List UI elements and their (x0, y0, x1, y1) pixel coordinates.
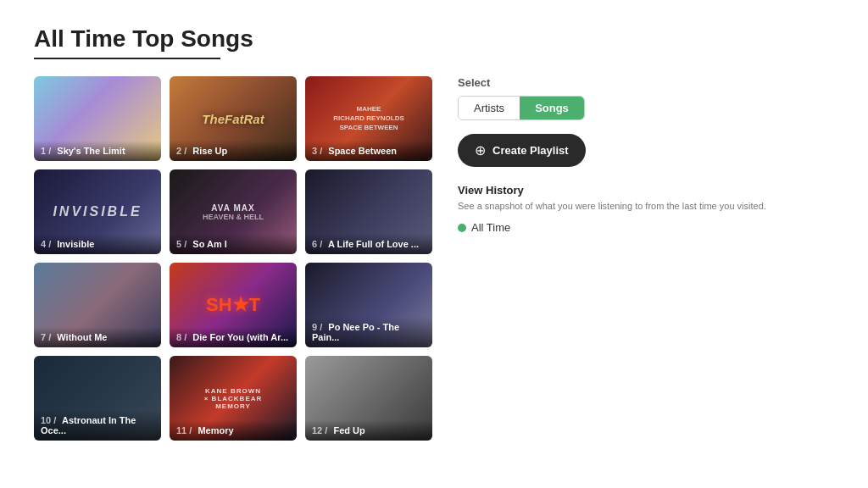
song-card-3[interactable]: MAHEERICHARD REYNOLDSSPACE BETWEEN3 / Sp… (305, 76, 432, 161)
song-card-overlay-9: 9 / Po Nee Po - The Pain... (305, 317, 432, 347)
song-card-5[interactable]: AVA MAXHEAVEN & HELL5 / So Am I (170, 169, 297, 254)
song-card-10[interactable]: 10 / Astronaut In The Oce... (34, 356, 161, 441)
song-card-overlay-6: 6 / A Life Full of Love ... (305, 234, 432, 254)
songs-toggle[interactable]: Songs (520, 97, 584, 119)
song-card-1[interactable]: 1 / Sky's The Limit (34, 76, 161, 161)
create-playlist-button[interactable]: ⊕ Create Playlist (458, 134, 586, 167)
main-layout: 1 / Sky's The LimitTheFatRat2 / Rise UpM… (34, 76, 834, 441)
song-card-11[interactable]: KANE BROWN× BLACKBEARMEMORY11 / Memory (170, 356, 297, 441)
sidebar: Select Artists Songs ⊕ Create Playlist V… (458, 76, 766, 234)
all-time-dot-icon (458, 224, 466, 232)
view-history-title: View History (458, 184, 766, 197)
create-playlist-label: Create Playlist (492, 144, 569, 157)
song-card-overlay-3: 3 / Space Between (305, 141, 432, 161)
song-card-6[interactable]: 6 / A Life Full of Love ... (305, 169, 432, 254)
artists-toggle[interactable]: Artists (459, 97, 520, 119)
song-card-overlay-11: 11 / Memory (170, 420, 297, 441)
songs-grid: 1 / Sky's The LimitTheFatRat2 / Rise UpM… (34, 76, 432, 441)
plus-icon: ⊕ (475, 142, 486, 158)
song-card-overlay-12: 12 / Fed Up (305, 420, 432, 441)
view-history-desc: See a snapshot of what you were listenin… (458, 200, 766, 213)
song-card-12[interactable]: 12 / Fed Up (305, 356, 432, 441)
song-card-4[interactable]: INVISIBLE4 / Invisible (34, 169, 161, 254)
song-card-overlay-7: 7 / Without Me (34, 327, 161, 347)
toggle-group: Artists Songs (458, 96, 585, 120)
song-card-2[interactable]: TheFatRat2 / Rise Up (170, 76, 297, 161)
page-title: All Time Top Songs (34, 25, 834, 53)
song-card-overlay-8: 8 / Die For You (with Ar... (170, 327, 297, 347)
song-card-9[interactable]: 9 / Po Nee Po - The Pain... (305, 263, 432, 347)
song-card-8[interactable]: SH★T8 / Die For You (with Ar... (170, 263, 297, 347)
song-card-7[interactable]: 7 / Without Me (34, 263, 161, 347)
all-time-label: All Time (471, 221, 510, 234)
title-divider (34, 58, 220, 59)
all-time-button[interactable]: All Time (458, 221, 510, 234)
song-card-overlay-1: 1 / Sky's The Limit (34, 141, 161, 161)
select-label: Select (458, 76, 766, 89)
song-card-overlay-10: 10 / Astronaut In The Oce... (34, 410, 161, 441)
song-card-overlay-4: 4 / Invisible (34, 234, 161, 254)
song-card-overlay-5: 5 / So Am I (170, 234, 297, 254)
song-card-overlay-2: 2 / Rise Up (170, 141, 297, 161)
